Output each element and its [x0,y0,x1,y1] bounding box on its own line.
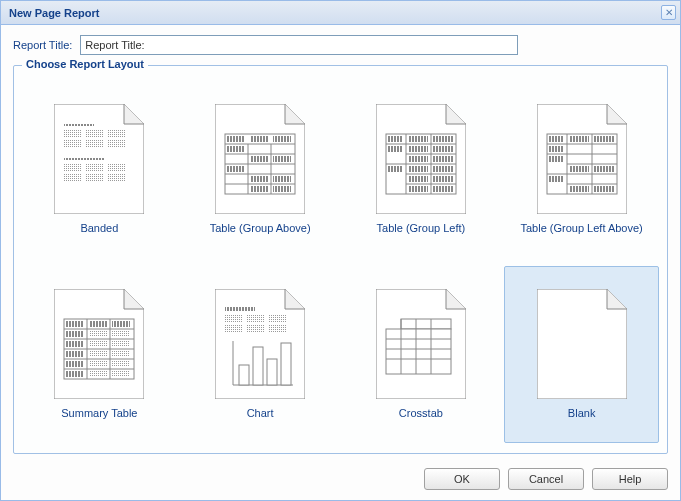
svg-rect-15 [64,174,82,182]
svg-rect-114 [247,325,265,333]
svg-rect-106 [89,371,107,377]
svg-rect-111 [247,315,265,323]
svg-rect-112 [269,315,287,323]
layout-option-table-group-left[interactable]: Table (Group Left) [344,80,499,258]
svg-rect-98 [112,341,130,347]
svg-rect-115 [269,325,287,333]
cancel-button[interactable]: Cancel [508,468,584,490]
svg-rect-52 [408,146,428,152]
svg-rect-93 [66,331,84,337]
svg-rect-35 [273,176,291,182]
svg-rect-107 [112,371,130,377]
svg-rect-28 [250,136,268,142]
svg-rect-121 [281,343,291,385]
table-group-above-icon [215,104,305,214]
svg-rect-50 [388,146,403,152]
svg-rect-73 [594,136,614,142]
layout-option-blank[interactable]: Blank [504,266,659,444]
svg-rect-61 [433,186,453,192]
layout-label: Chart [247,407,274,419]
svg-rect-71 [549,136,564,142]
svg-rect-72 [569,136,589,142]
blank-icon [537,289,627,399]
svg-rect-119 [253,347,263,385]
choose-layout-fieldset: Choose Report Layout [13,65,668,454]
svg-rect-7 [108,130,126,138]
svg-rect-101 [112,351,130,357]
svg-rect-58 [408,176,428,182]
svg-rect-16 [86,174,104,182]
report-title-label: Report Title: [13,39,72,51]
table-group-left-above-icon [537,104,627,214]
svg-rect-9 [86,140,104,148]
dialog-buttons: OK Cancel Help [1,460,680,500]
svg-rect-90 [66,321,84,327]
svg-rect-91 [89,321,107,327]
svg-rect-49 [433,136,453,142]
svg-rect-57 [433,166,453,172]
ok-button[interactable]: OK [424,468,500,490]
svg-rect-75 [549,156,564,162]
svg-rect-34 [250,176,268,182]
close-icon[interactable]: ✕ [661,5,676,20]
svg-rect-8 [64,140,82,148]
layout-option-table-group-above[interactable]: Table (Group Above) [183,80,338,258]
svg-rect-123 [401,319,451,329]
svg-rect-48 [408,136,428,142]
new-page-report-dialog: New Page Report ✕ Report Title: Choose R… [0,0,681,501]
summary-table-icon [54,289,144,399]
svg-rect-110 [225,315,243,323]
svg-rect-120 [267,359,277,385]
svg-rect-29 [273,136,291,142]
svg-rect-97 [89,341,107,347]
dialog-content: Report Title: Choose Report Layout [1,25,680,460]
svg-rect-14 [108,164,126,172]
layout-label: Table (Group Above) [210,222,311,234]
svg-rect-80 [594,186,614,192]
svg-rect-94 [89,331,107,337]
svg-rect-60 [408,186,428,192]
svg-rect-79 [569,186,589,192]
dialog-titlebar: New Page Report ✕ [1,1,680,25]
svg-rect-53 [433,146,453,152]
svg-rect-5 [64,130,82,138]
layout-option-table-group-left-above[interactable]: Table (Group Left Above) [504,80,659,258]
svg-rect-76 [549,176,564,182]
svg-rect-104 [112,361,130,367]
layout-label: Crosstab [399,407,443,419]
svg-rect-17 [108,174,126,182]
layout-option-chart[interactable]: Chart [183,266,338,444]
report-title-row: Report Title: [13,35,668,55]
svg-rect-105 [66,371,84,377]
layout-grid: Banded [22,80,659,443]
svg-rect-6 [86,130,104,138]
svg-rect-11 [64,158,104,160]
crosstab-icon [376,289,466,399]
svg-rect-124 [386,329,451,374]
svg-rect-13 [86,164,104,172]
svg-rect-30 [227,146,245,152]
svg-rect-95 [112,331,130,337]
banded-icon [54,104,144,214]
layout-label: Banded [80,222,118,234]
svg-rect-100 [89,351,107,357]
svg-rect-99 [66,351,84,357]
svg-rect-37 [273,186,291,192]
svg-rect-4 [64,124,94,126]
layout-option-summary-table[interactable]: Summary Table [22,266,177,444]
svg-rect-27 [227,136,245,142]
fieldset-legend: Choose Report Layout [22,58,148,70]
layout-label: Blank [568,407,596,419]
svg-rect-47 [388,136,403,142]
help-button[interactable]: Help [592,468,668,490]
svg-rect-74 [549,146,564,152]
svg-rect-55 [433,156,453,162]
svg-rect-102 [66,361,84,367]
layout-option-banded[interactable]: Banded [22,80,177,258]
svg-rect-31 [227,166,245,172]
layout-option-crosstab[interactable]: Crosstab [344,266,499,444]
svg-rect-12 [64,164,82,172]
report-title-input[interactable] [80,35,518,55]
svg-rect-59 [433,176,453,182]
layout-label: Summary Table [61,407,137,419]
